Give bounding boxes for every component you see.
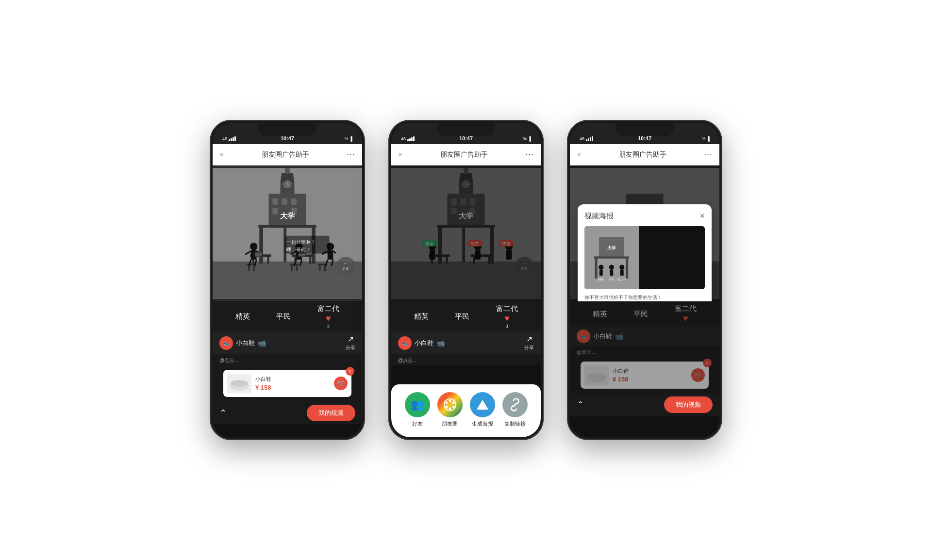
title-bar-2: × 朋友圈广告助手 ··· bbox=[391, 144, 541, 165]
chars-row-1: 精英 平民 富二代 ♥ 3 bbox=[213, 301, 362, 331]
heart-count-1: 3 bbox=[327, 324, 330, 329]
svg-text:平民: 平民 bbox=[609, 278, 615, 281]
user-avatar-3: 👟 bbox=[577, 329, 590, 343]
svg-text:一起开黑啊！: 一起开黑啊！ bbox=[286, 239, 316, 245]
svg-point-112 bbox=[445, 402, 448, 404]
app-title-2: 朋友圈广告助手 bbox=[440, 150, 488, 159]
share-friends-label: 好友 bbox=[412, 420, 423, 428]
share-link-icon bbox=[502, 392, 528, 417]
username-3: 小白鞋 bbox=[593, 332, 612, 341]
svg-point-34 bbox=[250, 243, 257, 250]
svg-text:嘿，哥们！: 嘿，哥们！ bbox=[286, 247, 311, 252]
more-icon-1[interactable]: ··· bbox=[347, 149, 355, 160]
poster-left-3: 大学 精英 平民 bbox=[584, 226, 639, 289]
cart-btn-3: 🛒 bbox=[691, 368, 705, 382]
desc-area-1: @点云... bbox=[213, 354, 362, 365]
collapse-icon-3[interactable]: ⌃ bbox=[577, 399, 584, 410]
product-price-3: ¥ 158 bbox=[613, 376, 687, 383]
svg-point-194 bbox=[587, 373, 606, 382]
share-btn-1[interactable]: ↗ 分享 bbox=[346, 334, 355, 351]
svg-point-65 bbox=[231, 380, 248, 387]
svg-text:···: ··· bbox=[344, 260, 348, 265]
char3-fuerdi-col: 富二代 ♥ bbox=[675, 304, 697, 324]
camera-icon-2: 📹 bbox=[436, 339, 445, 347]
share-item-moments[interactable]: 朋友圈 bbox=[437, 392, 463, 428]
modal-close-3[interactable]: × bbox=[699, 211, 705, 221]
svg-rect-30 bbox=[296, 265, 298, 271]
product-name-3: 小白鞋 bbox=[613, 367, 687, 375]
svg-rect-12 bbox=[272, 208, 278, 214]
chars-row-2: 精英 平民 富二代 ♥ 3 bbox=[391, 301, 541, 331]
signal-1: 46 bbox=[222, 136, 236, 141]
more-icon-3[interactable]: ··· bbox=[704, 149, 713, 160]
close-product-1[interactable]: × bbox=[346, 367, 354, 376]
my-video-btn-1[interactable]: 我的视频 bbox=[307, 405, 355, 421]
camera-icon-3: 📹 bbox=[615, 332, 623, 340]
app-title-3: 朋友圈广告助手 bbox=[619, 150, 666, 159]
poster-right-3 bbox=[639, 226, 705, 289]
more-icon-2[interactable]: ··· bbox=[525, 149, 534, 160]
heart-count-2: 3 bbox=[506, 324, 508, 329]
phone-3: 46 10:47 %▐ × 朋友圈广告助手 ··· bbox=[567, 120, 722, 440]
char2-jingying: 精英 bbox=[414, 312, 429, 321]
my-video-btn-3[interactable]: 我的视频 bbox=[664, 396, 713, 413]
share-moments-icon bbox=[437, 392, 463, 417]
share-item-link[interactable]: 复制链接 bbox=[502, 392, 528, 428]
share-friends-icon: 👥 bbox=[405, 392, 430, 417]
close-icon-2[interactable]: × bbox=[398, 150, 402, 159]
product-info-1: 小白鞋 ¥ 158 bbox=[255, 376, 330, 391]
char-label-jingying: 精英 bbox=[235, 312, 250, 321]
title-bar-3: × 朋友圈广告助手 ··· bbox=[570, 144, 719, 165]
product-img-3 bbox=[584, 365, 609, 385]
share-poster-label: 生成海报 bbox=[472, 420, 493, 428]
svg-text:富二代: 富二代 bbox=[617, 278, 626, 281]
svg-rect-135 bbox=[599, 270, 603, 276]
desc-area-2: @点云... bbox=[391, 354, 541, 365]
char-label-fuerdi: 富二代 bbox=[317, 304, 339, 313]
cart-btn-1[interactable]: 🛒 bbox=[334, 377, 348, 390]
heart-icon-1: ♥ bbox=[326, 313, 331, 324]
user-avatar-1: 👟 bbox=[219, 336, 233, 350]
svg-rect-9 bbox=[272, 198, 278, 205]
svg-point-110 bbox=[449, 408, 451, 410]
phone-2: 46 10:47 %▐ × 朋友圈广告助手 ··· bbox=[388, 120, 544, 440]
close-icon-1[interactable]: × bbox=[219, 150, 224, 159]
heart-icon-3: ♥ bbox=[683, 313, 688, 324]
user-row-2: 👟 小白鞋 📹 ↗ 分享 bbox=[391, 331, 541, 354]
svg-rect-24 bbox=[309, 257, 311, 264]
svg-rect-11 bbox=[291, 198, 297, 205]
share-label-2: 分享 bbox=[524, 345, 534, 351]
svg-rect-21 bbox=[267, 257, 269, 264]
share-poster-icon bbox=[470, 392, 495, 417]
svg-point-138 bbox=[619, 265, 624, 270]
product-info-3: 小白鞋 ¥ 158 bbox=[613, 367, 687, 383]
product-card-1[interactable]: × 小白鞋 ¥ 158 🛒 bbox=[223, 370, 351, 397]
phone-1: 46 10:47 % ▐ × 朋友圈广告助手 ·· bbox=[210, 120, 365, 440]
svg-rect-132 bbox=[626, 258, 628, 279]
share-btn-2[interactable]: ↗ 分享 bbox=[524, 334, 534, 351]
svg-rect-54 bbox=[255, 252, 262, 256]
product-area-1: × 小白鞋 ¥ 158 🛒 bbox=[213, 365, 362, 402]
product-name-1: 小白鞋 bbox=[255, 376, 330, 383]
collapse-icon-1[interactable]: ⌃ bbox=[219, 408, 227, 418]
heart-badge-1[interactable]: 富二代 ♥ 3 bbox=[317, 304, 339, 329]
battery-2: %▐ bbox=[523, 136, 531, 141]
svg-line-114 bbox=[514, 403, 516, 406]
svg-text:更多: 更多 bbox=[342, 267, 349, 271]
share-item-friends[interactable]: 👥 好友 bbox=[405, 392, 430, 428]
modal-title-3: 视频海报 bbox=[584, 212, 614, 221]
svg-text:大学: 大学 bbox=[280, 212, 295, 220]
heart-icon-2: ♥ bbox=[504, 313, 510, 324]
share-sheet-2: 👥 好友 bbox=[391, 384, 541, 437]
svg-text:大学: 大学 bbox=[607, 246, 616, 250]
scene: 46 10:47 % ▐ × 朋友圈广告助手 ·· bbox=[190, 100, 742, 460]
battery-1: % ▐ bbox=[345, 136, 352, 141]
chars-row-3: 精英 平民 富二代 ♥ bbox=[570, 301, 719, 327]
notch-1 bbox=[258, 123, 316, 136]
share-item-poster[interactable]: 生成海报 bbox=[470, 392, 495, 428]
close-icon-3[interactable]: × bbox=[577, 150, 581, 159]
product-price-1: ¥ 158 bbox=[255, 384, 330, 391]
svg-point-109 bbox=[452, 406, 454, 408]
share-items-row: 👥 好友 bbox=[391, 392, 541, 428]
bottom-bar-3: ⌃ 我的视频 bbox=[570, 394, 719, 416]
